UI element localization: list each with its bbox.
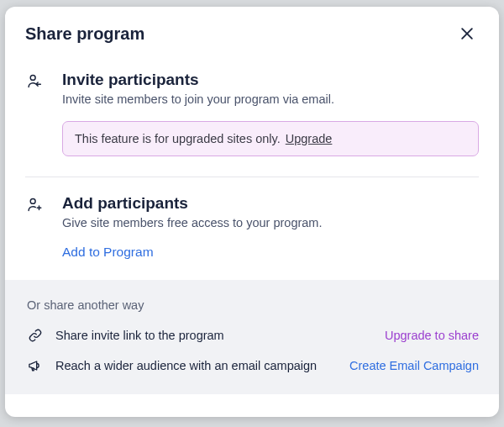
create-email-campaign-link[interactable]: Create Email Campaign — [349, 359, 479, 372]
share-program-modal: Share program Invite participants Invite… — [5, 7, 499, 417]
add-section: Add participants Give site members free … — [5, 177, 499, 280]
footer-heading: Or share another way — [27, 298, 479, 312]
modal-title: Share program — [25, 24, 144, 44]
add-title: Add participants — [62, 194, 479, 213]
share-footer: Or share another way Share invite link t… — [5, 280, 499, 394]
svg-point-2 — [30, 75, 35, 80]
modal-header: Share program — [5, 7, 499, 54]
person-plus-icon — [25, 194, 62, 260]
share-link-text: Share invite link to the program — [55, 329, 373, 342]
link-icon — [27, 327, 44, 344]
close-button[interactable] — [455, 22, 479, 45]
email-campaign-text: Reach a wider audience with an email cam… — [55, 359, 338, 372]
invite-desc: Invite site members to join your program… — [62, 92, 479, 106]
invite-title: Invite participants — [62, 71, 479, 89]
invite-section: Invite participants Invite site members … — [5, 54, 499, 177]
upgrade-banner: This feature is for upgraded sites only.… — [62, 121, 479, 156]
svg-point-3 — [30, 198, 35, 203]
upgrade-to-share-link[interactable]: Upgrade to share — [385, 329, 479, 342]
close-icon — [459, 25, 475, 42]
email-campaign-row: Reach a wider audience with an email cam… — [27, 357, 479, 374]
add-to-program-link[interactable]: Add to Program — [62, 245, 154, 260]
person-arrow-icon — [25, 71, 62, 156]
invite-body: Invite participants Invite site members … — [62, 71, 479, 156]
add-body: Add participants Give site members free … — [62, 194, 479, 260]
megaphone-icon — [27, 357, 44, 374]
share-link-row: Share invite link to the program Upgrade… — [27, 327, 479, 344]
add-desc: Give site members free access to your pr… — [62, 216, 479, 229]
upgrade-banner-text: This feature is for upgraded sites only. — [75, 132, 281, 145]
upgrade-link[interactable]: Upgrade — [286, 132, 333, 145]
